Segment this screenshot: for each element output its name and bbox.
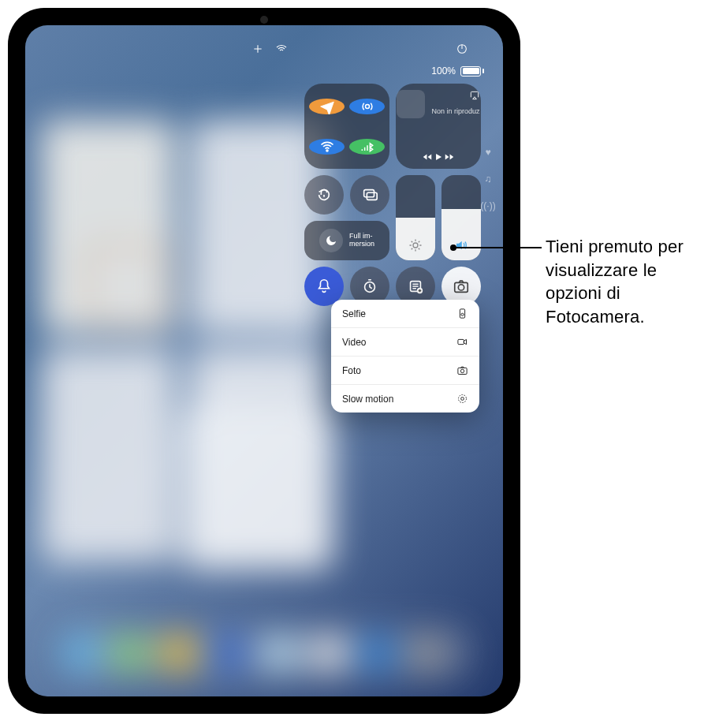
music-note-icon: ♫ [485,174,492,185]
svg-point-5 [413,243,418,248]
focus-mode-label: Full im- mersion [349,233,374,248]
svg-rect-3 [364,190,374,197]
airdrop-toggle[interactable] [349,99,385,114]
moon-icon [319,229,343,252]
camera-menu-selfie[interactable]: Selfie [331,300,479,328]
svg-point-16 [459,395,467,403]
wifi-toggle[interactable] [309,139,345,155]
camera-options-menu: Selfie Video Foto Slow motion [331,300,479,413]
forward-icon[interactable] [444,151,455,162]
slomo-icon [456,393,468,405]
menu-item-label: Slow motion [342,394,393,405]
connectivity-cluster[interactable] [304,84,389,169]
menu-item-label: Video [342,337,366,348]
plus-icon [251,43,264,55]
callout-leader-line [453,247,542,248]
ipad-screen: ♥ ♫ ((·)) 100% [25,25,503,696]
camera-menu-video[interactable]: Video [331,328,479,357]
svg-point-12 [461,313,464,315]
svg-point-17 [461,398,464,401]
svg-rect-13 [458,339,464,344]
airplay-icon[interactable] [469,90,480,101]
airplane-mode-toggle[interactable] [309,99,345,114]
play-icon[interactable] [433,151,444,162]
svg-rect-4 [367,192,377,200]
cellular-bluetooth-toggle[interactable] [349,139,385,155]
rewind-icon[interactable] [422,151,433,162]
wifi-status-icon [275,43,288,55]
orientation-lock-toggle[interactable] [304,175,344,215]
volume-icon [454,238,468,252]
control-center: Non in riproduz [304,84,479,306]
video-icon [456,336,468,348]
svg-rect-14 [458,368,467,374]
signal-mini-icon: ((·)) [480,200,495,211]
screen-mirroring-button[interactable] [350,175,389,215]
media-artwork [397,90,425,118]
svg-point-15 [460,369,464,372]
battery-icon [460,66,484,77]
camera-menu-photo[interactable]: Foto [331,357,479,385]
front-camera [260,16,268,24]
menu-item-label: Selfie [342,308,366,319]
right-sidebar-icons: ♥ ♫ ((·)) [482,71,494,286]
brightness-slider[interactable] [396,175,435,260]
ipad-device-frame: ♥ ♫ ((·)) 100% [8,8,520,714]
menu-item-label: Foto [342,365,361,376]
power-icon [456,43,468,55]
photo-icon [456,364,468,376]
camera-menu-slomo[interactable]: Slow motion [331,385,479,413]
focus-mode-button[interactable]: Full im- mersion [304,221,389,260]
selfie-icon [456,308,468,319]
battery-percentage: 100% [431,65,456,77]
heart-icon: ♥ [485,147,490,158]
media-not-playing-label: Non in riproduz [431,107,479,115]
svg-point-1 [365,104,369,108]
svg-point-10 [458,285,464,290]
media-playback-tile[interactable]: Non in riproduz [396,84,481,169]
brightness-icon [408,238,423,252]
callout-text: Tieni premuto per visualizzare le opzion… [546,235,715,329]
svg-point-2 [326,150,328,151]
